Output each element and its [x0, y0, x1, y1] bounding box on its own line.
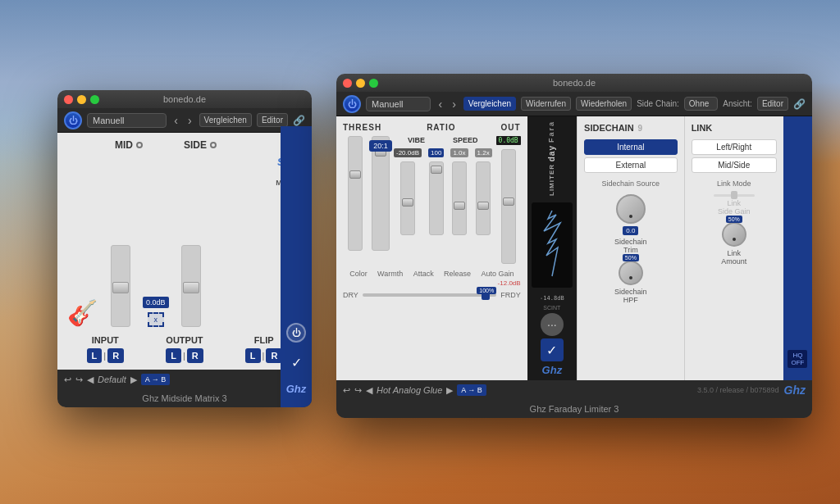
amount-label: LinkAmount: [721, 249, 746, 266]
faraday-next-btn[interactable]: ▶: [446, 385, 453, 396]
flip-buttons: L | R: [245, 348, 283, 363]
side-gain-thumb[interactable]: [731, 191, 737, 199]
sidechain-trim-knob[interactable]: [616, 194, 646, 224]
faraday-footer: ↩ ↪ ◀ Hot Analog Glue ▶ A → B 3.5.0 / re…: [336, 380, 812, 400]
prev-preset-button[interactable]: ◀: [87, 375, 94, 385]
editor-button[interactable]: Editor: [257, 113, 288, 127]
hpf-knob[interactable]: [619, 261, 643, 285]
sliders-section: 🎸 0.0dB x: [66, 196, 304, 327]
faraday-close-button[interactable]: [343, 79, 352, 88]
minimize-button[interactable]: [77, 95, 86, 104]
faraday-undo-btn[interactable]: ↩: [343, 385, 350, 396]
compare-button[interactable]: Vergleichen: [199, 113, 252, 127]
thresh-slider-container: [343, 136, 368, 267]
release-slider[interactable]: [476, 161, 491, 235]
faraday-editor-button[interactable]: Editor: [757, 97, 788, 111]
trim-knob-label: SidechainTrim: [614, 238, 647, 254]
hpf-knob-area: 50% SidechainHPF: [614, 261, 647, 304]
panel-check-button[interactable]: ✓: [291, 355, 302, 370]
thresh-slider-thumb[interactable]: [349, 170, 361, 179]
faraday-ab-button[interactable]: A → B: [457, 384, 486, 396]
faraday-redo-btn[interactable]: ↪: [354, 385, 362, 396]
out-slider[interactable]: [501, 149, 516, 264]
internal-button[interactable]: Internal: [584, 139, 678, 155]
controls-header: THRESH RATIO OUT: [343, 123, 521, 132]
flip-label: FLIP: [254, 335, 274, 345]
attack-slider-thumb[interactable]: [454, 202, 465, 210]
midside-link-button[interactable]: Mid/Side: [692, 157, 777, 173]
ratio-slider[interactable]: [372, 136, 390, 251]
amount-val-badge: 50%: [726, 216, 742, 223]
faraday-preset-name: Hot Analog Glue: [377, 385, 442, 395]
attack-slider-container: 1.0x: [450, 148, 468, 235]
dry-label: DRY: [343, 291, 358, 299]
warmth-slider-thumb[interactable]: [431, 166, 442, 174]
faraday-prev-btn[interactable]: ◀: [366, 385, 372, 396]
out-slider-thumb[interactable]: [503, 198, 514, 206]
maximize-button[interactable]: [90, 95, 99, 104]
panel-ghz-logo: Ghz: [286, 383, 307, 395]
faraday-body: THRESH RATIO OUT 20:1: [336, 116, 812, 380]
faraday-preset-dropdown[interactable]: Manuell: [366, 97, 431, 111]
input-lr-button[interactable]: L: [87, 348, 103, 363]
sc-number: 9: [638, 124, 643, 133]
auto-gain-value-row: -12.0dB: [343, 279, 521, 287]
external-button[interactable]: External: [584, 157, 678, 173]
thresh-slider[interactable]: [348, 136, 363, 251]
three-dots-button[interactable]: ···: [541, 313, 564, 336]
matrix-x: x: [154, 316, 158, 324]
attack-slider[interactable]: [452, 161, 467, 235]
mid-slider[interactable]: [111, 245, 130, 327]
side-slider[interactable]: [181, 245, 201, 327]
sidechain-dropdown[interactable]: Ohne: [684, 97, 718, 111]
undo-button[interactable]: ↩: [64, 375, 71, 385]
flip-l-button[interactable]: L: [245, 348, 261, 363]
faraday-compare-button[interactable]: Vergleichen: [463, 97, 516, 111]
lr-button[interactable]: Left/Right: [692, 139, 777, 155]
input-r-button[interactable]: R: [107, 348, 124, 363]
color-slider-thumb[interactable]: [402, 198, 413, 207]
faraday-sidechain-area: Side Chain: Ohne Ansicht: Editor 🔗: [637, 97, 806, 111]
side-gain-slider[interactable]: [714, 194, 755, 197]
faraday-nav-back[interactable]: ‹: [436, 96, 445, 112]
dry-slider[interactable]: 100%: [363, 293, 496, 297]
release-slider-thumb[interactable]: [477, 202, 489, 210]
faraday-maximize-button[interactable]: [369, 79, 378, 88]
waveform-svg: [532, 202, 573, 284]
close-button[interactable]: [64, 95, 73, 104]
output-r-button[interactable]: R: [187, 348, 203, 363]
color-slider[interactable]: [400, 161, 415, 235]
link-amount-knob[interactable]: [722, 222, 746, 247]
side-slider-thumb[interactable]: [183, 282, 199, 293]
midside-preset-dropdown[interactable]: Manuell: [87, 113, 167, 128]
faraday-nav-forward[interactable]: ›: [450, 96, 459, 112]
mid-slider-group: [111, 245, 130, 327]
midside-main-panel: MID SIDE MidsideMATRIX 🎸: [57, 133, 312, 370]
faraday-redo-button[interactable]: Wiederholen: [576, 97, 632, 111]
dry-val-badge: 100%: [477, 287, 496, 294]
hq-badge: HQOFF: [788, 350, 807, 368]
warmth-slider[interactable]: [429, 161, 444, 235]
redo-button[interactable]: ↪: [75, 375, 83, 385]
waveform-meter: [532, 202, 573, 288]
panel-power-button[interactable]: ⏻: [286, 323, 306, 343]
mid-slider-thumb[interactable]: [112, 282, 129, 293]
vibe-label: VIBE: [408, 136, 425, 144]
flip-group: FLIP L | R: [245, 335, 283, 363]
midside-power-button[interactable]: ⏻: [64, 111, 82, 129]
faraday-power-button[interactable]: ⏻: [343, 95, 361, 113]
next-preset-button[interactable]: ▶: [130, 375, 137, 385]
trim-knob-value: 0.0: [623, 226, 638, 235]
nav-back-button[interactable]: ‹: [171, 112, 180, 129]
faraday-undo-button[interactable]: Widerrufen: [521, 97, 571, 111]
release-value: 1.2x: [475, 148, 492, 157]
ab-button[interactable]: A → B: [141, 374, 171, 385]
faraday-minimize-button[interactable]: [356, 79, 365, 88]
faraday-link-icon: 🔗: [793, 98, 806, 110]
faraday-check-button[interactable]: ✓: [541, 338, 564, 361]
warmth-slider-container: 100: [428, 148, 444, 235]
faraday-bottom-label: Ghz Faraday Limiter 3: [336, 400, 812, 418]
output-l-button[interactable]: L: [166, 348, 181, 363]
mid-side-labels: MID SIDE: [66, 139, 217, 151]
nav-forward-button[interactable]: ›: [185, 112, 194, 129]
